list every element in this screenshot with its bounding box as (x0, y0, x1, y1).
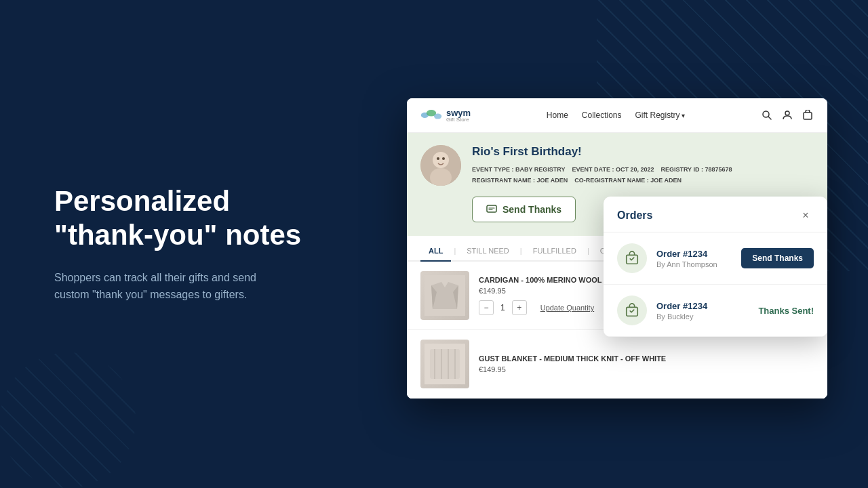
co-registrant-value: JOE ADEN (650, 177, 682, 184)
headline: Personalized"thank-you" notes (54, 184, 301, 253)
search-icon[interactable] (761, 109, 773, 121)
order-item-2: Order #1234 By Buckley Thanks Sent! (604, 285, 827, 337)
event-date-label: EVENT DATE : (572, 166, 616, 173)
send-thanks-order-1-button[interactable]: Send Thanks (741, 248, 814, 268)
registry-meta: EVENT TYPE : BABY REGISTRY EVENT DATE : … (472, 164, 814, 186)
svg-point-5 (785, 111, 789, 115)
order-number-2: Order #1234 (656, 301, 749, 311)
product-price-2: €149.95 (479, 365, 814, 373)
modal-close-button[interactable]: × (797, 207, 814, 224)
product-details-2: GUST BLANKET - MEDIUM THICK KNIT - OFF W… (479, 354, 814, 373)
modal-title: Orders (617, 209, 652, 222)
product-image-2 (420, 340, 469, 388)
co-registrant-label: CO-REGISTRANT NAME : (574, 177, 650, 184)
nav-link-home[interactable]: Home (547, 110, 568, 120)
order-by-1: By Ann Thompson (656, 260, 732, 268)
tab-fullfilled[interactable]: FULLFILLED (525, 243, 585, 262)
tab-still-need[interactable]: STILL NEED (458, 243, 517, 262)
nav-icons (761, 109, 814, 121)
event-type-label: EVENT TYPE : (472, 166, 515, 173)
orders-modal: Orders × Order #1234 By Ann Thompson Sen… (604, 197, 827, 337)
tab-sep-1: | (451, 243, 458, 260)
order-icon-2 (617, 296, 647, 325)
left-content: Personalized"thank-you" notes Shoppers c… (54, 184, 301, 304)
order-icon-1 (617, 243, 647, 273)
swym-logo-icon (420, 108, 442, 122)
registry-top: Rio's First Birthday! EVENT TYPE : BABY … (420, 145, 814, 186)
logo-subtitle: Gift Store (446, 117, 471, 123)
message-icon (486, 204, 497, 215)
bag-icon-1 (625, 251, 639, 266)
tab-all[interactable]: ALL (420, 243, 451, 262)
registry-info: Rio's First Birthday! EVENT TYPE : BABY … (472, 145, 814, 186)
svg-rect-12 (487, 205, 496, 212)
svg-point-10 (437, 157, 439, 160)
qty-decrease-1[interactable]: − (479, 300, 494, 315)
order-number-1: Order #1234 (656, 249, 732, 259)
registry-id-label: REGISTRY ID : (660, 166, 705, 173)
product-name-2: GUST BLANKET - MEDIUM THICK KNIT - OFF W… (479, 354, 814, 363)
logo-area: swym Gift Store (420, 108, 471, 123)
nav-bar: swym Gift Store Home Collections Gift Re… (407, 98, 827, 133)
cart-icon[interactable] (802, 109, 814, 121)
thanks-sent-status: Thanks Sent! (758, 306, 814, 316)
qty-value-1: 1 (500, 303, 505, 312)
bag-icon-2 (625, 303, 639, 318)
svg-line-4 (768, 117, 771, 119)
order-item-1: Order #1234 By Ann Thompson Send Thanks (604, 232, 827, 285)
svg-point-8 (433, 152, 449, 168)
qty-increase-1[interactable]: + (512, 300, 527, 315)
svg-point-2 (434, 114, 441, 119)
modal-header: Orders × (604, 197, 827, 232)
registrant-value: JOE ADEN (537, 177, 568, 184)
update-qty-link-1[interactable]: Update Quantity (540, 304, 595, 312)
product-item-2: GUST BLANKET - MEDIUM THICK KNIT - OFF W… (407, 330, 827, 399)
order-by-2: By Buckley (656, 312, 749, 321)
tab-sep-2: | (517, 243, 525, 260)
nav-links: Home Collections Gift Registry (547, 110, 686, 120)
background-pattern-bottom (0, 352, 136, 488)
registry-title: Rio's First Birthday! (472, 145, 814, 159)
registrant-label: REGISTRANT NAME : (472, 177, 537, 184)
svg-rect-6 (804, 113, 812, 119)
send-thanks-label: Send Thanks (502, 204, 561, 215)
svg-point-11 (442, 157, 445, 160)
event-type-value: BABY REGISTRY (515, 166, 566, 173)
nav-link-collections[interactable]: Collections (582, 110, 622, 120)
tab-sep-3: | (585, 243, 592, 260)
nav-link-gift-registry[interactable]: Gift Registry (635, 110, 686, 120)
event-date-value: OCT 20, 2022 (616, 166, 654, 173)
user-icon[interactable] (781, 109, 793, 121)
avatar-image (420, 145, 461, 186)
send-thanks-button[interactable]: Send Thanks (472, 197, 576, 222)
subheadline: Shoppers can track all their gifts and s… (54, 269, 301, 304)
registry-id-value: 78875678 (705, 166, 732, 173)
product-image-1 (420, 271, 469, 320)
order-info-1: Order #1234 By Ann Thompson (656, 249, 732, 268)
order-info-2: Order #1234 By Buckley (656, 301, 749, 321)
avatar (420, 145, 461, 186)
